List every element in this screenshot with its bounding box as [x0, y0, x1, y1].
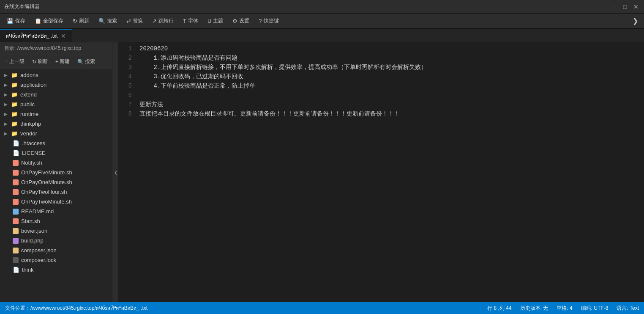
- sidebar-file-start[interactable]: Start.sh: [0, 216, 112, 226]
- file-name: Notify.sh: [21, 160, 42, 166]
- sidebar-file-readme[interactable]: README.md: [0, 207, 112, 216]
- sidebar-file-composer[interactable]: composer.json: [0, 245, 112, 255]
- toolbar-font-label: 字体: [188, 17, 198, 25]
- file-name: .htaccess: [22, 140, 45, 146]
- file-name: addons: [20, 72, 38, 78]
- code-line: 更新方法: [139, 100, 644, 109]
- folder-icon: 📁: [11, 101, 18, 107]
- toolbar-search-label: 搜索: [107, 17, 117, 25]
- sidebar-file-htaccess[interactable]: 📄.htaccess: [0, 138, 112, 148]
- chevron-icon: [4, 131, 8, 136]
- sidebar-refresh-label: 刷新: [38, 58, 48, 65]
- search-icon: 🔍: [98, 18, 105, 24]
- chevron-icon: [4, 102, 8, 107]
- folder-icon: 📁: [11, 91, 18, 98]
- sidebar-file-public[interactable]: 📁public: [0, 99, 112, 109]
- tab-close-button[interactable]: ✕: [61, 33, 66, 39]
- file-type-icon: [13, 160, 19, 166]
- code-body[interactable]: 20200620 1.添加码时校验商品是否有问题 2.上传码直接解析链接，不用下…: [135, 42, 644, 302]
- code-line: 3.优化回收码，已过期的码不回收: [139, 72, 644, 81]
- toolbar-goto-label: 跳转行: [158, 17, 174, 25]
- font-icon: T: [183, 18, 186, 24]
- tab-file[interactable]: иЧбэиЙ⁴и^иВиВи_ .txt ✕: [0, 29, 72, 42]
- toolbar-buttons: 💾保存📋全部保存↻刷新🔍搜索⇄替换↗跳转行T字体U主题⚙设置?快捷键: [3, 16, 283, 26]
- sidebar-search-button[interactable]: 🔍 搜索: [74, 57, 98, 66]
- sidebar-new-button[interactable]: + 新建: [52, 57, 73, 66]
- sidebar-file-composerlock[interactable]: composer.lock: [0, 255, 112, 265]
- code-line: [139, 91, 644, 100]
- file-type-icon: [13, 179, 19, 185]
- close-button[interactable]: ✕: [632, 3, 640, 11]
- sidebar-file-license[interactable]: 📄LICENSE: [0, 148, 112, 158]
- file-type-icon: [13, 218, 19, 224]
- sidebar-file-addons[interactable]: 📁addons: [0, 70, 112, 80]
- sidebar-up-button[interactable]: ↑ 上一级: [3, 57, 27, 66]
- sidebar-file-onpaytwo[interactable]: OnPayTwoHour.sh: [0, 187, 112, 197]
- refresh-icon: ↻: [32, 59, 36, 65]
- sidebar-file-onpayone[interactable]: OnPayOneMinute.sh: [0, 177, 112, 187]
- sidebar-file-list: 📁addons📁application📁extend📁public📁runtim…: [0, 69, 112, 302]
- sidebar-collapse-toggle[interactable]: ❮: [112, 42, 118, 302]
- sidebar-file-vendor[interactable]: 📁vendor: [0, 129, 112, 138]
- file-name: think: [22, 267, 33, 273]
- toolbar-expand-button[interactable]: ❯: [629, 15, 641, 27]
- chevron-icon: [4, 83, 8, 87]
- tab-label: иЧбэиЙ⁴и^иВиВи_ .txt: [6, 33, 57, 39]
- toolbar-search-button[interactable]: 🔍搜索: [94, 16, 121, 26]
- toolbar-saveAll-button[interactable]: 📋全部保存: [30, 16, 68, 26]
- status-history: 历史版本: 无: [520, 305, 548, 312]
- sidebar-refresh-button[interactable]: ↻ 刷新: [29, 57, 51, 66]
- file-name: extend: [20, 91, 37, 98]
- sidebar-file-runtime[interactable]: 📁runtime: [0, 109, 112, 119]
- file-type-icon: [13, 199, 19, 205]
- sidebar-file-thinkphp[interactable]: 📁thinkphp: [0, 119, 112, 129]
- file-type-icon: [13, 248, 19, 253]
- toolbar-font-button[interactable]: T字体: [179, 16, 202, 26]
- editor-content: 12345678 20200620 1.添加码时校验商品是否有问题 2.上传码直…: [118, 42, 644, 302]
- file-name: composer.lock: [21, 257, 56, 263]
- toolbar-settings-button[interactable]: ⚙设置: [228, 16, 254, 26]
- sidebar-file-extend[interactable]: 📁extend: [0, 90, 112, 99]
- refresh-icon: ↻: [73, 18, 77, 24]
- code-line: 2.上传码直接解析链接，不用下单时多次解析，提供效率，提高成功率（下单时再解析有…: [139, 63, 644, 72]
- title-bar: 在线文本编辑器 ─ □ ✕: [0, 0, 644, 14]
- folder-icon: 📁: [11, 130, 18, 137]
- sidebar-file-notify[interactable]: Notify.sh: [0, 158, 112, 168]
- chevron-icon: [4, 73, 8, 77]
- sidebar-file-build[interactable]: build.php: [0, 236, 112, 245]
- toolbar-settings-label: 设置: [239, 17, 249, 25]
- toolbar-shortcuts-label: 快捷键: [264, 17, 279, 25]
- toolbar-save-button[interactable]: 💾保存: [3, 16, 30, 26]
- toolbar-goto-button[interactable]: ↗跳转行: [148, 16, 178, 26]
- file-name: OnPayOneMinute.sh: [21, 179, 72, 185]
- file-name: README.md: [21, 208, 54, 215]
- folder-icon: 📁: [11, 72, 18, 78]
- file-type-icon: [13, 189, 19, 195]
- sidebar-file-onpayfive[interactable]: OnPayFiveMinute.sh: [0, 168, 112, 177]
- search-icon: 🔍: [77, 59, 84, 65]
- toolbar-right: ❯: [629, 15, 641, 27]
- toolbar-refresh-button[interactable]: ↻刷新: [68, 16, 93, 26]
- file-name: OnPayTwoHour.sh: [21, 189, 67, 195]
- sidebar-search-label: 搜索: [85, 58, 95, 65]
- line-numbers: 12345678: [118, 42, 135, 302]
- minimize-button[interactable]: ─: [610, 3, 618, 11]
- sidebar-file-think[interactable]: 📄think: [0, 265, 112, 275]
- sidebar-file-bower[interactable]: bower.json: [0, 226, 112, 236]
- up-icon: ↑: [5, 59, 8, 65]
- theme-icon: U: [207, 18, 211, 24]
- file-type-icon: [13, 257, 19, 263]
- line-number: 2: [118, 53, 132, 63]
- sidebar-file-onpaytwomin[interactable]: OnPayTwoMinute.sh: [0, 197, 112, 207]
- line-number: 3: [118, 63, 132, 72]
- toolbar-theme-button[interactable]: U主题: [203, 16, 227, 26]
- line-number: 5: [118, 81, 132, 91]
- toolbar-shortcuts-button[interactable]: ?快捷键: [254, 16, 283, 26]
- maximize-button[interactable]: □: [621, 3, 629, 11]
- file-name: application: [20, 82, 46, 88]
- window-controls: ─ □ ✕: [610, 3, 640, 11]
- replace-icon: ⇄: [126, 18, 131, 24]
- app-title: 在线文本编辑器: [4, 3, 40, 10]
- sidebar-file-application[interactable]: 📁application: [0, 80, 112, 90]
- toolbar-replace-button[interactable]: ⇄替换: [122, 16, 147, 26]
